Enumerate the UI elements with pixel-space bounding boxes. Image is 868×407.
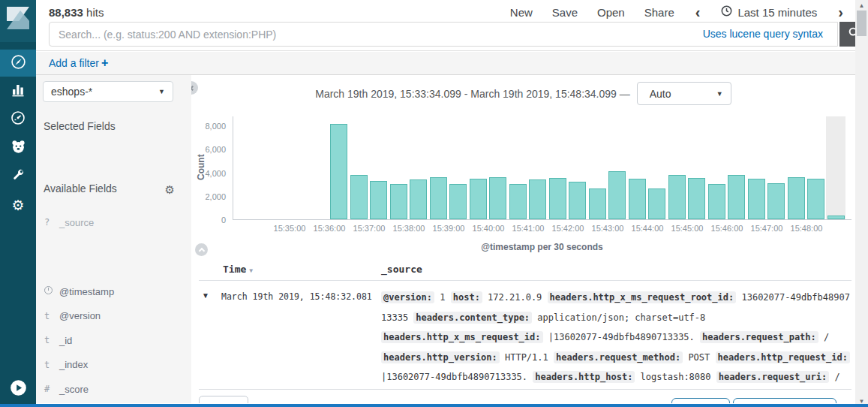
histogram-bar-15:38:30[interactable] xyxy=(430,177,447,219)
time-back-button[interactable]: ‹ xyxy=(694,5,702,20)
nav-item-visualize[interactable] xyxy=(0,77,36,105)
table-column-source: _source xyxy=(381,264,422,275)
field-type-icon: ? xyxy=(44,217,59,228)
histogram-bar-15:36:30[interactable] xyxy=(350,175,368,219)
histogram-bar-15:48:00[interactable] xyxy=(807,179,824,219)
interval-value: Auto xyxy=(650,88,671,100)
time-column-label: Time xyxy=(223,264,246,275)
index-pattern-select[interactable]: eshops-* ▼ xyxy=(43,81,173,102)
collapse-nav-button[interactable] xyxy=(10,379,27,399)
field-name: _id xyxy=(59,335,72,346)
field-item-_id[interactable]: t_id xyxy=(36,328,191,353)
y-tick-label: 2,000 xyxy=(191,191,226,202)
field-item-@timestamp[interactable]: @timestamp xyxy=(36,279,191,304)
histogram-bar-15:42:30[interactable] xyxy=(589,188,606,219)
field-item-_source[interactable]: ?_source xyxy=(36,210,191,235)
source-field-name: headers.http_request_id: xyxy=(716,351,850,363)
hits-label: hits xyxy=(86,6,104,19)
kibana-logo[interactable] xyxy=(0,0,36,42)
histogram-bar-15:45:00[interactable] xyxy=(688,178,705,219)
vertical-scrollbar[interactable]: ▲ ▼ xyxy=(855,0,868,407)
histogram-bar-15:46:00[interactable] xyxy=(728,175,745,219)
field-settings-gear-icon[interactable]: ⚙ xyxy=(165,183,175,197)
timepicker-button[interactable]: Last 15 minutes xyxy=(721,5,817,19)
bar-chart-icon xyxy=(11,82,26,100)
scrollbar-up-arrow[interactable]: ▲ xyxy=(855,2,868,9)
histogram-bar-15:40:00[interactable] xyxy=(489,177,506,219)
doc-viewer-tab-partial[interactable] xyxy=(199,396,248,403)
clock-gauge-icon xyxy=(11,110,26,128)
doc-action-button-1[interactable] xyxy=(671,398,730,403)
y-tick-label: 0 xyxy=(191,215,226,225)
histogram-bar-15:45:30[interactable] xyxy=(708,184,725,219)
histogram-bar-15:41:00[interactable] xyxy=(529,179,546,219)
row-timestamp: March 19th 2019, 15:48:32.081 xyxy=(221,291,372,302)
field-item-_score[interactable]: #_score xyxy=(36,377,191,402)
nav-item-monitoring[interactable] xyxy=(0,134,36,162)
source-field-name: @version: xyxy=(381,291,434,303)
nav-item-discover[interactable] xyxy=(0,50,36,77)
chart-time-range: March 19th 2019, 15:33:34.099 - March 19… xyxy=(315,88,630,100)
histogram-bar-15:42:00[interactable] xyxy=(569,182,586,219)
bottom-accent-bar xyxy=(0,404,868,407)
histogram-bar-15:43:00[interactable] xyxy=(608,171,626,219)
histogram-bar-15:38:00[interactable] xyxy=(410,179,427,219)
table-column-time[interactable]: Time▼ xyxy=(223,264,253,275)
source-field-name: headers.request_method: xyxy=(554,351,683,363)
source-field-value: |13602077-49dbfb4890713335. xyxy=(381,372,527,382)
selected-fields-title: Selected Fields xyxy=(44,120,116,132)
source-field-name: headers.http_x_ms_request_root_id: xyxy=(548,291,737,303)
histogram-bar-15:40:30[interactable] xyxy=(509,184,527,219)
source-field-name: host: xyxy=(451,291,482,303)
save-button[interactable]: Save xyxy=(552,6,578,19)
histogram-bar-15:36:00[interactable] xyxy=(330,124,347,219)
source-field-name: headers.http_version: xyxy=(381,351,500,363)
histogram-bar-15:48:30[interactable] xyxy=(827,216,845,219)
available-fields-list: @timestampt@versiont_idt_index#_scoret_t… xyxy=(36,279,191,407)
source-field-name: headers.http_x_ms_request_id: xyxy=(381,331,543,343)
histogram-bar-15:37:30[interactable] xyxy=(390,184,407,219)
nav-item-timelion[interactable] xyxy=(0,105,36,134)
available-fields-title: Available Fields xyxy=(44,182,117,194)
clock-icon xyxy=(44,286,59,297)
histogram-bar-15:47:00[interactable] xyxy=(767,183,785,219)
share-button[interactable]: Share xyxy=(644,6,674,19)
selected-fields-list: ?_source xyxy=(36,210,191,235)
add-filter-button[interactable]: Add a filter+ xyxy=(49,56,108,70)
histogram-bar-15:37:00[interactable] xyxy=(370,181,387,219)
plus-icon: + xyxy=(101,56,108,69)
scrollbar-thumb[interactable] xyxy=(857,11,866,36)
chevron-down-icon: ▼ xyxy=(158,88,165,95)
histogram-bar-15:39:30[interactable] xyxy=(470,179,487,219)
histogram-bar-15:44:30[interactable] xyxy=(668,175,686,219)
nav-item-dev-tools[interactable] xyxy=(0,162,36,191)
open-button[interactable]: Open xyxy=(597,6,625,19)
field-name: @timestamp xyxy=(59,286,114,297)
source-field-name: headers.http_host: xyxy=(533,371,635,383)
histogram-bar-15:41:30[interactable] xyxy=(549,178,566,219)
source-field-name: headers.request_uri: xyxy=(716,371,830,383)
source-field-name: headers.content_type: xyxy=(413,312,532,324)
histogram-bar-15:43:30[interactable] xyxy=(629,179,646,219)
source-field-value: / xyxy=(834,372,839,382)
row-source-content: @version: 1 host: 172.21.0.9 headers.htt… xyxy=(381,288,852,387)
histogram-bar-15:44:00[interactable] xyxy=(648,188,665,219)
collapse-histogram-button[interactable] xyxy=(195,243,208,256)
histogram-bar-15:46:30[interactable] xyxy=(748,179,765,219)
hits-count: 88,833 hits xyxy=(49,6,104,19)
doc-action-button-2[interactable] xyxy=(733,398,836,403)
lucene-syntax-link[interactable]: Uses lucene query syntax xyxy=(703,28,823,40)
interval-select[interactable]: Auto ▼ xyxy=(637,82,731,105)
compass-icon xyxy=(11,54,26,73)
field-type-icon: t xyxy=(44,335,59,345)
x-axis-caption: @timestamp per 30 seconds xyxy=(233,242,851,252)
field-item-@version[interactable]: t@version xyxy=(36,304,191,329)
time-forward-button[interactable]: › xyxy=(836,5,845,20)
discover-main-panel: March 19th 2019, 15:33:34.099 - March 19… xyxy=(191,75,855,403)
histogram-bar-15:47:30[interactable] xyxy=(788,177,805,219)
field-item-_index[interactable]: t_index xyxy=(36,353,191,378)
new-button[interactable]: New xyxy=(510,6,533,19)
histogram-bar-15:39:00[interactable] xyxy=(449,184,467,219)
expand-row-caret[interactable]: ▼ xyxy=(202,291,209,300)
nav-item-management[interactable]: ⚙ xyxy=(0,191,36,219)
